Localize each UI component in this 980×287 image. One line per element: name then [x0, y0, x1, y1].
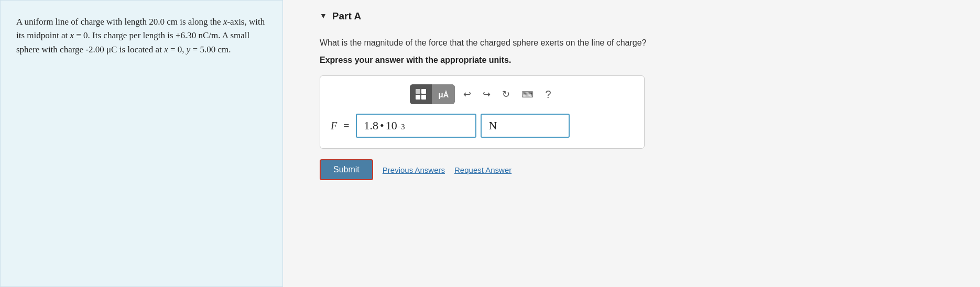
- submit-button[interactable]: Submit: [320, 159, 373, 180]
- part-header: ▼ Part A: [320, 10, 954, 22]
- value-input-field[interactable]: 1.8 • 10−3: [356, 114, 476, 138]
- svg-rect-2: [416, 95, 420, 100]
- previous-answers-button[interactable]: Previous Answers: [383, 165, 445, 174]
- keyboard-button[interactable]: ⌨: [518, 87, 537, 102]
- undo-button[interactable]: ↩: [460, 86, 474, 102]
- express-instruction: Express your answer with the appropriate…: [320, 56, 954, 65]
- math-toolbar: μÅ ↩ ↪ ↻ ⌨ ?: [331, 84, 634, 104]
- template-button-group: μÅ: [410, 84, 455, 104]
- value-display: 1.8 • 10−3: [364, 119, 468, 133]
- help-button[interactable]: ?: [542, 87, 554, 102]
- answer-box: μÅ ↩ ↪ ↻ ⌨ ? F = 1.8 • 10−3: [320, 75, 645, 149]
- units-button[interactable]: μÅ: [432, 84, 455, 104]
- collapse-arrow-icon[interactable]: ▼: [320, 12, 327, 20]
- problem-statement-panel: A uniform line of charge with length 20.…: [0, 0, 283, 287]
- actions-row: Submit Previous Answers Request Answer: [320, 159, 954, 180]
- svg-rect-0: [416, 89, 420, 94]
- svg-rect-1: [421, 89, 426, 94]
- unit-value: N: [489, 119, 497, 132]
- refresh-button[interactable]: ↻: [499, 86, 513, 102]
- right-panel: ▼ Part A What is the magnitude of the fo…: [283, 0, 980, 287]
- redo-button[interactable]: ↪: [480, 86, 494, 102]
- unit-input-field[interactable]: N: [481, 114, 570, 138]
- f-label: F: [331, 120, 337, 132]
- svg-rect-3: [421, 95, 426, 100]
- request-answer-button[interactable]: Request Answer: [454, 165, 511, 174]
- equals-sign: =: [343, 120, 349, 132]
- input-row: F = 1.8 • 10−3 N: [331, 114, 634, 138]
- part-title: Part A: [332, 10, 361, 22]
- problem-text: A uniform line of charge with length 20.…: [16, 15, 267, 57]
- question-text: What is the magnitude of the force that …: [320, 37, 954, 49]
- grid-template-button[interactable]: [410, 84, 432, 104]
